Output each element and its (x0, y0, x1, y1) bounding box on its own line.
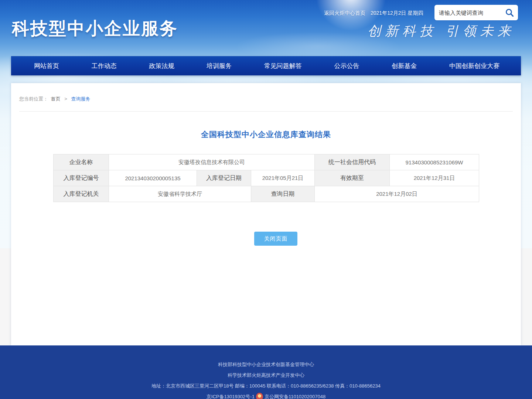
breadcrumb-current-link[interactable]: 查询服务 (71, 96, 90, 102)
cell-valid-until-label: 有效期至 (315, 170, 390, 186)
nav-item-innovation-fund[interactable]: 创新基金 (392, 62, 417, 70)
search-icon (505, 8, 514, 17)
cell-query-date-value: 2021年12月02日 (315, 186, 479, 202)
site-slogan: 创新科技 引领未来 (368, 22, 515, 40)
cell-company-name-label: 企业名称 (54, 154, 109, 170)
nav-item-training[interactable]: 培训服务 (207, 62, 232, 70)
cell-registration-authority-label: 入库登记机关 (54, 186, 109, 202)
police-registration-link[interactable]: 京公网安备11010202007048 (265, 391, 325, 399)
cell-query-date-label: 查询日期 (251, 186, 315, 202)
cell-credit-code-value: 91340300085231069W (390, 154, 479, 170)
cell-registration-date-value: 2021年05月21日 (251, 170, 315, 186)
content-card: 您当前位置： 首页 > 查询服务 全国科技型中小企业信息库查询结果 企业名称 安… (11, 83, 521, 345)
search-input[interactable] (439, 10, 504, 16)
cell-valid-until-value: 2021年12月31日 (390, 170, 479, 186)
nav-item-innovation-competition[interactable]: 中国创新创业大赛 (449, 62, 499, 70)
cell-credit-code-label: 统一社会信用代码 (315, 154, 390, 170)
cell-registration-date-label: 入库登记日期 (197, 170, 251, 186)
query-result-table: 企业名称 安徽塔孜信息技术有限公司 统一社会信用代码 9134030008523… (53, 154, 479, 202)
cell-company-name-value: 安徽塔孜信息技术有限公司 (109, 154, 315, 170)
close-page-button[interactable]: 关闭页面 (254, 232, 297, 246)
page-title: 全国科技型中小企业信息库查询结果 (11, 129, 521, 140)
search-button[interactable] (504, 7, 515, 18)
site-logo[interactable]: 科技型中小企业服务 (12, 17, 178, 40)
breadcrumb-home-link[interactable]: 首页 (51, 96, 61, 102)
search-box (434, 5, 518, 20)
footer-org-line-2: 科学技术部火炬高技术产业开发中心 (0, 370, 532, 381)
cell-registration-authority-value: 安徽省科学技术厅 (109, 186, 251, 202)
nav-item-policies[interactable]: 政策法规 (149, 62, 174, 70)
icp-license-link[interactable]: 京ICP备13019302号-1 (207, 391, 255, 399)
footer-org-line-1: 科技部科技型中小企业技术创新基金管理中心 (0, 359, 532, 370)
breadcrumb-prefix: 您当前位置： (19, 96, 48, 102)
torch-center-home-link[interactable]: 返回火炬中心首页 (324, 10, 365, 17)
site-footer: 科技部科技型中小企业技术创新基金管理中心 科学技术部火炬高技术产业开发中心 地址… (0, 345, 532, 399)
footer-beian-line: 京ICP备13019302号-1 京公网安备11010202007048 (0, 391, 532, 399)
table-row-registration: 入库登记编号 202134030200005135 入库登记日期 2021年05… (54, 170, 479, 186)
nav-item-home[interactable]: 网站首页 (34, 62, 59, 70)
current-date: 2021年12月2日 星期四 (371, 10, 423, 17)
nav-item-announcements[interactable]: 公示公告 (334, 62, 359, 70)
nav-item-work-news[interactable]: 工作动态 (92, 62, 117, 70)
cell-registration-number-value: 202134030200005135 (109, 170, 197, 186)
police-badge-icon (256, 393, 263, 399)
cell-registration-number-label: 入库登记编号 (54, 170, 109, 186)
nav-item-faq[interactable]: 常见问题解答 (264, 62, 302, 70)
footer-address-line: 地址：北京市西城区三里河二区甲18号 邮编：100045 联系电话：010-88… (0, 381, 532, 391)
table-row-company: 企业名称 安徽塔孜信息技术有限公司 统一社会信用代码 9134030008523… (54, 154, 479, 170)
breadcrumb: 您当前位置： 首页 > 查询服务 (19, 96, 513, 112)
table-row-authority: 入库登记机关 安徽省科学技术厅 查询日期 2021年12月02日 (54, 186, 479, 202)
breadcrumb-separator: > (64, 96, 67, 102)
main-nav: 网站首页 工作动态 政策法规 培训服务 常见问题解答 公示公告 创新基金 中国创… (11, 56, 521, 75)
